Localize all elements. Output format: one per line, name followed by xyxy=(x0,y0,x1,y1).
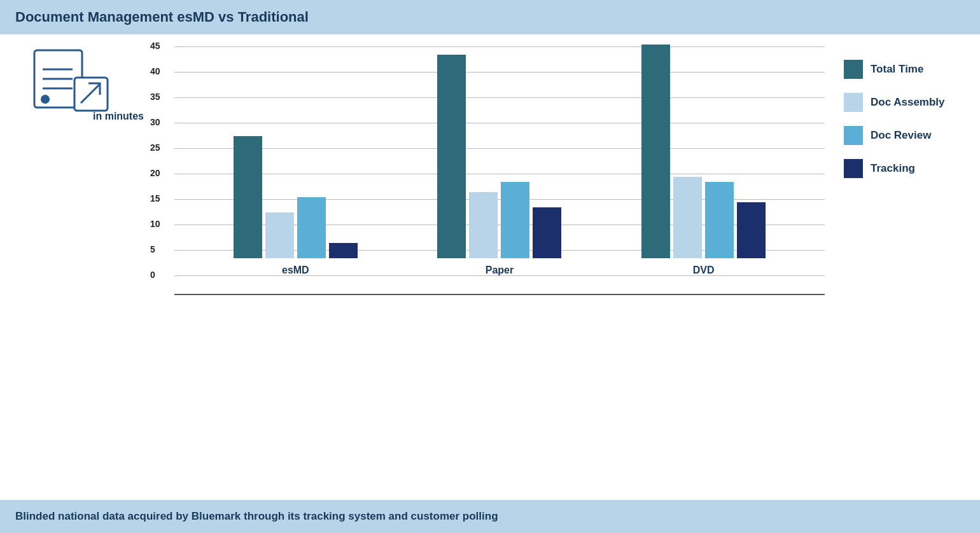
grid-label: 10 xyxy=(150,219,160,229)
bar-group: esMD xyxy=(234,136,358,276)
footer-text: Blinded national data acquired by Bluema… xyxy=(15,510,498,522)
legend-color-box xyxy=(844,93,863,112)
grid-label: 5 xyxy=(150,244,155,254)
header-bar: Document Management esMD vs Traditional xyxy=(0,0,980,34)
footer-bar: Blinded national data acquired by Bluema… xyxy=(0,500,980,533)
svg-point-4 xyxy=(41,95,50,104)
bars-row xyxy=(437,55,561,258)
x-axis-line xyxy=(174,294,825,295)
chart-plot: 051015202530354045 esMDPaperDVD xyxy=(149,47,825,327)
legend-label: Doc Assembly xyxy=(871,96,945,109)
legend-label: Tracking xyxy=(871,162,915,175)
bars-row xyxy=(234,136,358,258)
bar xyxy=(501,182,529,258)
grid-label: 15 xyxy=(150,193,160,204)
bar-group: DVD xyxy=(641,45,766,276)
page-container: Document Management esMD vs Traditional xyxy=(0,0,980,533)
bars-row xyxy=(641,45,766,258)
bar-group-label: Paper xyxy=(486,265,514,276)
bar xyxy=(737,202,766,258)
chart-area: in minutes 051015202530354045 esMDPaperD… xyxy=(92,47,965,327)
grid-label: 0 xyxy=(150,270,155,280)
grid-label: 45 xyxy=(150,41,160,51)
grid-label: 25 xyxy=(150,142,160,153)
legend-item: Doc Assembly xyxy=(844,93,965,112)
bar xyxy=(705,182,734,258)
grid-label: 20 xyxy=(150,168,160,178)
grid-label: 40 xyxy=(150,66,160,76)
bar xyxy=(533,207,561,258)
bars-area: esMDPaperDVD xyxy=(174,47,825,276)
legend-item: Total Time xyxy=(844,60,965,79)
legend-item: Doc Review xyxy=(844,126,965,145)
bar xyxy=(641,45,670,258)
legend-color-box xyxy=(844,60,863,79)
legend: Total TimeDoc AssemblyDoc ReviewTracking xyxy=(825,47,965,192)
bar-group-label: DVD xyxy=(693,265,715,276)
grid-label: 30 xyxy=(150,117,160,127)
grid-label: 35 xyxy=(150,92,160,102)
chart-and-legend: 051015202530354045 esMDPaperDVD Total Ti… xyxy=(149,47,965,327)
bar-group: Paper xyxy=(437,55,561,276)
bar xyxy=(297,197,326,258)
chart-with-axes: 051015202530354045 esMDPaperDVD Total Ti… xyxy=(149,47,965,327)
main-content: in minutes 051015202530354045 esMDPaperD… xyxy=(0,34,980,494)
page-title: Document Management esMD vs Traditional xyxy=(15,9,309,25)
bar xyxy=(329,243,358,258)
legend-label: Doc Review xyxy=(871,129,931,142)
legend-color-box xyxy=(844,159,863,178)
document-icon xyxy=(31,47,76,98)
bar xyxy=(673,177,702,258)
icon-area xyxy=(15,47,92,136)
bar xyxy=(265,212,294,258)
bar xyxy=(469,192,498,258)
bar xyxy=(234,136,262,258)
bar-group-label: esMD xyxy=(282,265,309,276)
legend-color-box xyxy=(844,126,863,145)
bar xyxy=(437,55,466,258)
legend-label: Total Time xyxy=(871,63,923,76)
legend-item: Tracking xyxy=(844,159,965,178)
